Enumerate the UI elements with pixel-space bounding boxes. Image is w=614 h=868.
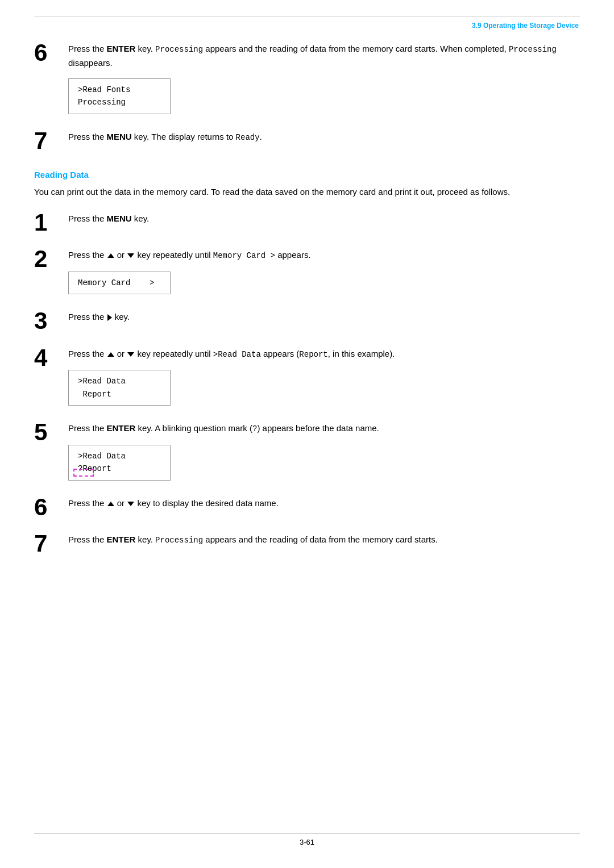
mono-read-data: >Read Data: [213, 350, 261, 359]
code-box-read-data: >Read Data Report: [68, 370, 171, 406]
blink-cursor-indicator: [73, 469, 94, 477]
step-text-4: Press the or key repeatedly until >Read …: [68, 347, 580, 361]
step-content-1: Press the MENU key.: [68, 210, 580, 231]
mono-report-inline: Report: [299, 350, 327, 359]
step-number-2: 2: [34, 246, 68, 272]
triangle-down-icon-6: [127, 502, 134, 506]
step-content-7-bottom: Press the ENTER key. Processing appears …: [68, 531, 580, 553]
step-text-2: Press the or key repeatedly until Memory…: [68, 248, 580, 262]
bold-enter-5: ENTER: [107, 423, 136, 433]
bold-enter-7: ENTER: [107, 535, 136, 544]
step-number-7-bottom: 7: [34, 531, 68, 557]
step-number-7-top: 7: [34, 128, 68, 154]
step-block-6-top: 6 Press the ENTER key. Processing appear…: [34, 40, 580, 118]
code-line-blink-1: >Read Data: [78, 450, 161, 462]
reading-data-intro: You can print out the data in the memory…: [34, 185, 580, 198]
step-number-6-bottom: 6: [34, 494, 68, 520]
step-block-7-bottom: 7 Press the ENTER key. Processing appear…: [34, 531, 580, 557]
bold-enter-1: ENTER: [107, 44, 136, 53]
mono-memory-card: Memory Card >: [213, 251, 275, 260]
code-box-read-fonts: >Read Fonts Processing: [68, 78, 171, 114]
step-text-3: Press the key.: [68, 310, 580, 323]
step-number-4: 4: [34, 345, 68, 371]
code-box-memory-card: Memory Card >: [68, 272, 171, 294]
code-line-read-data-1: >Read Data: [78, 375, 161, 387]
step-text-1: Press the MENU key.: [68, 212, 580, 225]
triangle-up-icon-6: [107, 502, 114, 506]
step-number-5: 5: [34, 419, 68, 445]
step-block-5: 5 Press the ENTER key. A blinking questi…: [34, 419, 580, 483]
step-content-6-bottom: Press the or key to display the desired …: [68, 494, 580, 515]
step-block-3: 3 Press the key.: [34, 308, 580, 334]
main-content: 6 Press the ENTER key. Processing appear…: [34, 40, 580, 823]
code-line-read-data-2: Report: [78, 388, 161, 400]
step-number-6-top: 6: [34, 40, 68, 66]
triangle-down-icon-2: [127, 253, 134, 258]
step-block-6-bottom: 6 Press the or key to display the desire…: [34, 494, 580, 520]
code-box-read-data-blink: >Read Data ?Report: [68, 445, 171, 481]
step-content-3: Press the key.: [68, 308, 580, 329]
page-number: 3-61: [300, 838, 314, 846]
bold-menu-1: MENU: [107, 132, 132, 141]
step-block-1: 1 Press the MENU key.: [34, 210, 580, 236]
code-line-1: >Read Fonts: [78, 84, 161, 96]
step-number-1: 1: [34, 210, 68, 236]
mono-processing-bottom: Processing: [155, 536, 203, 545]
triangle-down-icon-4: [127, 352, 134, 357]
step-number-3: 3: [34, 308, 68, 334]
step-block-4: 4 Press the or key repeatedly until >Rea…: [34, 345, 580, 409]
step-content-4: Press the or key repeatedly until >Read …: [68, 345, 580, 409]
step-content-6-top: Press the ENTER key. Processing appears …: [68, 40, 580, 118]
step-content-2: Press the or key repeatedly until Memory…: [68, 246, 580, 298]
code-line-memory-card: Memory Card >: [78, 277, 161, 289]
code-line-2: Processing: [78, 96, 161, 108]
triangle-up-icon-2: [107, 253, 114, 258]
triangle-right-icon-3: [107, 314, 112, 321]
mono-processing-2: Processing: [509, 45, 557, 54]
reading-data-heading: Reading Data: [34, 170, 580, 180]
mono-ready: Ready: [236, 133, 260, 142]
triangle-up-icon-4: [107, 352, 114, 357]
step-content-5: Press the ENTER key. A blinking question…: [68, 419, 580, 483]
step-text-6-top: Press the ENTER key. Processing appears …: [68, 42, 580, 69]
step-text-6-bottom: Press the or key to display the desired …: [68, 496, 580, 510]
section-header: 3.9 Operating the Storage Device: [472, 22, 579, 30]
step-block-7-top: 7 Press the MENU key. The display return…: [34, 128, 580, 154]
step-block-2: 2 Press the or key repeatedly until Memo…: [34, 246, 580, 298]
top-border: [34, 16, 580, 16]
mono-processing-1: Processing: [155, 45, 203, 54]
bold-menu-2: MENU: [107, 214, 132, 223]
step-content-7-top: Press the MENU key. The display returns …: [68, 128, 580, 150]
step-text-7-bottom: Press the ENTER key. Processing appears …: [68, 533, 580, 547]
step-text-5: Press the ENTER key. A blinking question…: [68, 422, 580, 436]
bottom-border: [34, 833, 580, 834]
step-text-7-top: Press the MENU key. The display returns …: [68, 130, 580, 144]
mono-question: ?: [252, 424, 257, 433]
